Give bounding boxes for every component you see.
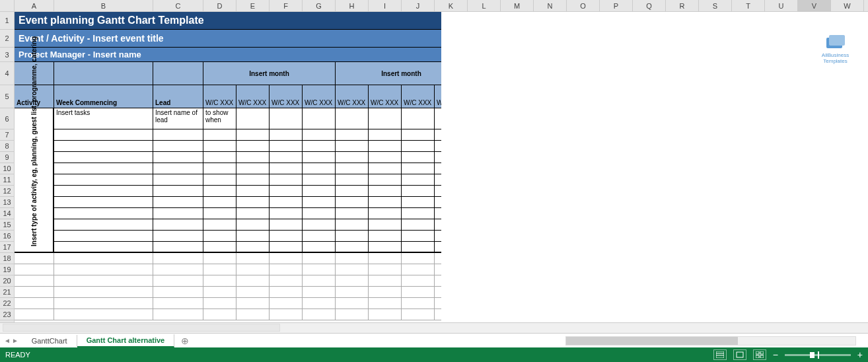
wc-col[interactable]: W/C XXX	[435, 85, 441, 108]
gantt-cell[interactable]	[435, 129, 441, 141]
empty-cell[interactable]	[15, 309, 54, 320]
column-header-C[interactable]: C	[153, 0, 203, 11]
gantt-cell[interactable]	[236, 242, 270, 252]
column-header-Q[interactable]: Q	[633, 0, 666, 11]
gantt-cell[interactable]	[54, 208, 153, 219]
gantt-cell[interactable]	[336, 197, 369, 208]
gantt-cell[interactable]	[435, 208, 441, 219]
gantt-cell[interactable]	[203, 208, 236, 219]
header-week-commencing[interactable]: Week Commencing	[54, 85, 153, 108]
gantt-cell[interactable]	[369, 129, 402, 141]
empty-cell[interactable]	[153, 287, 203, 298]
row-header-3[interactable]: 3	[0, 48, 14, 62]
header-lead[interactable]: Lead	[153, 85, 203, 108]
column-header-J[interactable]: J	[402, 0, 435, 11]
tab-gantt-chart-alternative[interactable]: Gantt Chart alternative	[77, 334, 175, 347]
row-header-6[interactable]: 6	[0, 108, 14, 129]
title-main[interactable]: Event planning Gantt Chart Template	[15, 12, 441, 30]
empty-cell[interactable]	[153, 309, 203, 320]
empty-cell[interactable]	[153, 298, 203, 309]
gantt-cell[interactable]	[203, 219, 236, 231]
gantt-cell[interactable]	[369, 197, 402, 208]
column-header-M[interactable]: M	[501, 0, 534, 11]
gantt-cell[interactable]	[270, 231, 303, 242]
gantt-cell[interactable]	[435, 141, 441, 152]
gantt-cell[interactable]	[402, 242, 435, 252]
view-normal-button[interactable]	[713, 349, 727, 360]
gantt-cell[interactable]	[402, 152, 435, 163]
empty-cell[interactable]	[336, 253, 369, 264]
empty-cell[interactable]	[402, 275, 435, 287]
gantt-cell[interactable]	[303, 186, 336, 197]
gantt-cell[interactable]	[203, 141, 236, 152]
gantt-cell[interactable]	[203, 242, 236, 252]
gantt-cell[interactable]	[369, 108, 402, 129]
gantt-cell[interactable]	[153, 219, 203, 231]
empty-cell[interactable]	[203, 309, 236, 320]
column-header-U[interactable]: U	[765, 0, 798, 11]
empty-cell[interactable]	[435, 298, 441, 309]
gantt-cell[interactable]	[153, 163, 203, 174]
empty-cell[interactable]	[203, 264, 236, 275]
gantt-cell[interactable]	[303, 208, 336, 219]
month-group-2[interactable]: Insert month	[336, 62, 441, 85]
row-header-22[interactable]: 22	[0, 298, 14, 309]
gantt-cell[interactable]	[336, 219, 369, 231]
row-header-17[interactable]: 17	[0, 242, 14, 253]
gantt-cell[interactable]	[54, 163, 153, 174]
horizontal-scrollbar[interactable]	[565, 336, 856, 345]
wc-col[interactable]: W/C XXX	[270, 85, 303, 108]
gantt-cell[interactable]	[270, 219, 303, 231]
empty-cell[interactable]	[336, 309, 369, 320]
view-page-break-button[interactable]	[753, 349, 766, 360]
empty-cell[interactable]	[402, 298, 435, 309]
empty-cell[interactable]	[236, 309, 270, 320]
empty-cell[interactable]	[435, 287, 441, 298]
empty-cell[interactable]	[369, 264, 402, 275]
gantt-cell[interactable]	[303, 129, 336, 141]
empty-cell[interactable]	[54, 309, 153, 320]
column-header-N[interactable]: N	[534, 0, 567, 11]
column-header-B[interactable]: B	[54, 0, 153, 11]
empty-cell[interactable]	[303, 298, 336, 309]
horizontal-scrollbar-thumb[interactable]	[566, 337, 738, 345]
gantt-cell[interactable]	[336, 152, 369, 163]
empty-cell[interactable]	[153, 264, 203, 275]
gantt-cell[interactable]	[270, 108, 303, 129]
row-header-5[interactable]: 5	[0, 85, 14, 108]
gantt-cell[interactable]	[402, 197, 435, 208]
horizontal-scrollbar-left[interactable]	[3, 324, 280, 332]
column-header-A[interactable]: A	[15, 0, 54, 11]
wc-col[interactable]: W/C XXX	[203, 85, 236, 108]
gantt-cell[interactable]	[203, 163, 236, 174]
gantt-cell[interactable]	[435, 174, 441, 186]
add-sheet-button[interactable]: ⊕	[174, 336, 196, 346]
gantt-cell[interactable]	[435, 108, 441, 129]
row-header-16[interactable]: 16	[0, 231, 14, 242]
gantt-cell[interactable]	[402, 208, 435, 219]
empty-cell[interactable]	[153, 275, 203, 287]
empty-cell[interactable]	[402, 287, 435, 298]
gantt-cell[interactable]	[369, 152, 402, 163]
cell-note[interactable]: to show when	[203, 108, 236, 129]
gantt-cell[interactable]	[270, 152, 303, 163]
gantt-cell[interactable]	[153, 152, 203, 163]
wc-col[interactable]: W/C XXX	[402, 85, 435, 108]
gantt-cell[interactable]	[236, 152, 270, 163]
gantt-cell[interactable]	[236, 129, 270, 141]
gantt-cell[interactable]	[203, 186, 236, 197]
row-header-9[interactable]: 9	[0, 152, 14, 163]
column-header-O[interactable]: O	[567, 0, 600, 11]
gantt-cell[interactable]	[153, 197, 203, 208]
gantt-cell[interactable]	[369, 231, 402, 242]
row-header-14[interactable]: 14	[0, 208, 14, 219]
gantt-cell[interactable]	[54, 141, 153, 152]
empty-cell[interactable]	[435, 309, 441, 320]
gantt-cell[interactable]	[435, 152, 441, 163]
empty-cell[interactable]	[15, 264, 54, 275]
wc-col[interactable]: W/C XXX	[236, 85, 270, 108]
gantt-cell[interactable]	[236, 141, 270, 152]
gantt-cell[interactable]	[369, 186, 402, 197]
empty-cell[interactable]	[236, 275, 270, 287]
empty-cell[interactable]	[270, 287, 303, 298]
